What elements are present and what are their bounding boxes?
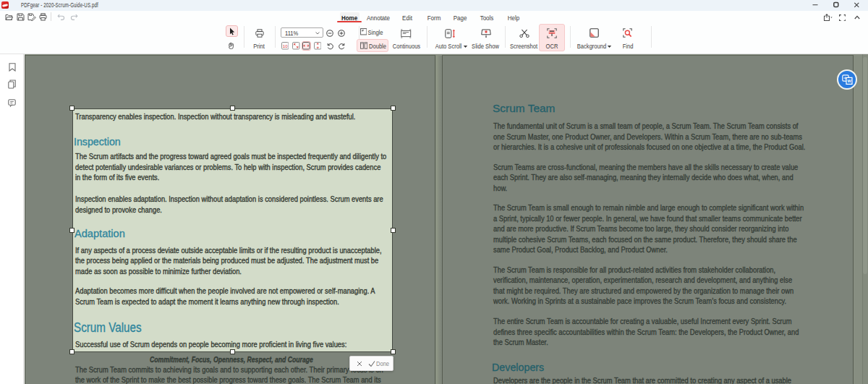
- svg-text:W: W: [847, 79, 851, 83]
- svg-text:10: 10: [282, 43, 287, 48]
